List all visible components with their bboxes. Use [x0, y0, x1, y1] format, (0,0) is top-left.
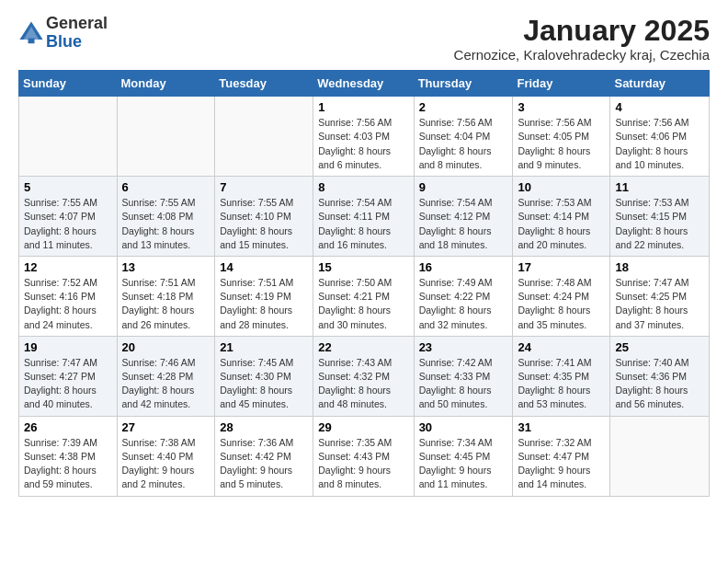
header: General Blue January 2025 Cernozice, Kra…	[18, 15, 710, 63]
day-number: 19	[24, 340, 112, 354]
day-detail: Sunrise: 7:50 AMSunset: 4:21 PMDaylight:…	[318, 276, 408, 332]
sunset-text: Sunset: 4:16 PM	[24, 291, 96, 302]
sunrise-text: Sunrise: 7:36 AM	[220, 437, 293, 448]
daylight-text: Daylight: 8 hours and 40 minutes.	[24, 385, 97, 409]
day-number: 4	[615, 100, 704, 114]
day-number: 9	[419, 180, 508, 194]
sunset-text: Sunset: 4:14 PM	[518, 211, 589, 222]
table-row: 28Sunrise: 7:36 AMSunset: 4:42 PMDayligh…	[215, 416, 313, 496]
day-detail: Sunrise: 7:42 AMSunset: 4:33 PMDaylight:…	[419, 356, 508, 412]
table-row: 1Sunrise: 7:56 AMSunset: 4:03 PMDaylight…	[313, 97, 414, 177]
table-row: 20Sunrise: 7:46 AMSunset: 4:28 PMDayligh…	[117, 336, 215, 416]
svg-rect-2	[28, 38, 35, 43]
table-row: 12Sunrise: 7:52 AMSunset: 4:16 PMDayligh…	[19, 256, 118, 336]
day-number: 30	[419, 420, 508, 434]
sunset-text: Sunset: 4:38 PM	[24, 451, 96, 462]
day-detail: Sunrise: 7:54 AMSunset: 4:11 PMDaylight:…	[318, 196, 408, 252]
table-row: 3Sunrise: 7:56 AMSunset: 4:05 PMDaylight…	[513, 97, 610, 177]
daylight-text: Daylight: 8 hours and 32 minutes.	[419, 304, 492, 329]
day-detail: Sunrise: 7:55 AMSunset: 4:08 PMDaylight:…	[122, 196, 210, 252]
sunrise-text: Sunrise: 7:42 AM	[419, 357, 493, 368]
daylight-text: Daylight: 8 hours and 42 minutes.	[122, 385, 195, 409]
day-number: 6	[122, 180, 210, 194]
day-detail: Sunrise: 7:45 AMSunset: 4:30 PMDaylight:…	[220, 356, 308, 412]
table-row: 21Sunrise: 7:45 AMSunset: 4:30 PMDayligh…	[215, 336, 313, 416]
daylight-text: Daylight: 8 hours and 13 minutes.	[122, 225, 195, 250]
col-monday: Monday	[117, 71, 215, 97]
day-detail: Sunrise: 7:35 AMSunset: 4:43 PMDaylight:…	[318, 436, 408, 492]
col-friday: Friday	[513, 71, 610, 97]
daylight-text: Daylight: 8 hours and 18 minutes.	[419, 225, 492, 250]
day-detail: Sunrise: 7:43 AMSunset: 4:32 PMDaylight:…	[318, 356, 408, 412]
daylight-text: Daylight: 8 hours and 26 minutes.	[122, 304, 195, 329]
sunset-text: Sunset: 4:04 PM	[419, 131, 491, 142]
day-number: 27	[122, 420, 210, 434]
day-detail: Sunrise: 7:47 AMSunset: 4:25 PMDaylight:…	[615, 276, 704, 332]
table-row: 24Sunrise: 7:41 AMSunset: 4:35 PMDayligh…	[513, 336, 610, 416]
daylight-text: Daylight: 8 hours and 24 minutes.	[24, 304, 97, 329]
sunrise-text: Sunrise: 7:38 AM	[122, 437, 196, 448]
day-number: 2	[419, 100, 508, 114]
day-detail: Sunrise: 7:53 AMSunset: 4:14 PMDaylight:…	[518, 196, 605, 252]
sunrise-text: Sunrise: 7:53 AM	[518, 197, 591, 208]
table-row: 15Sunrise: 7:50 AMSunset: 4:21 PMDayligh…	[313, 256, 414, 336]
sunset-text: Sunset: 4:08 PM	[122, 211, 194, 222]
table-row: 13Sunrise: 7:51 AMSunset: 4:18 PMDayligh…	[117, 256, 215, 336]
calendar-week-row: 5Sunrise: 7:55 AMSunset: 4:07 PMDaylight…	[19, 177, 710, 257]
day-number: 25	[615, 340, 704, 354]
day-number: 21	[220, 340, 308, 354]
day-number: 13	[122, 260, 210, 274]
table-row: 9Sunrise: 7:54 AMSunset: 4:12 PMDaylight…	[414, 177, 513, 257]
day-detail: Sunrise: 7:52 AMSunset: 4:16 PMDaylight:…	[24, 276, 112, 332]
daylight-text: Daylight: 8 hours and 50 minutes.	[419, 385, 492, 409]
day-detail: Sunrise: 7:56 AMSunset: 4:05 PMDaylight:…	[518, 116, 605, 172]
table-row: 2Sunrise: 7:56 AMSunset: 4:04 PMDaylight…	[414, 97, 513, 177]
sunrise-text: Sunrise: 7:45 AM	[220, 357, 293, 368]
daylight-text: Daylight: 8 hours and 10 minutes.	[615, 145, 688, 170]
daylight-text: Daylight: 9 hours and 8 minutes.	[318, 465, 391, 489]
daylight-text: Daylight: 9 hours and 11 minutes.	[419, 465, 492, 489]
daylight-text: Daylight: 8 hours and 59 minutes.	[24, 465, 97, 489]
sunrise-text: Sunrise: 7:41 AM	[518, 357, 591, 368]
col-saturday: Saturday	[610, 71, 710, 97]
daylight-text: Daylight: 8 hours and 22 minutes.	[615, 225, 688, 250]
table-row: 19Sunrise: 7:47 AMSunset: 4:27 PMDayligh…	[19, 336, 118, 416]
page: General Blue January 2025 Cernozice, Kra…	[0, 0, 728, 506]
daylight-text: Daylight: 8 hours and 8 minutes.	[419, 145, 492, 170]
daylight-text: Daylight: 8 hours and 9 minutes.	[518, 145, 590, 170]
month-title: January 2025	[454, 15, 710, 47]
day-number: 8	[318, 180, 408, 194]
sunrise-text: Sunrise: 7:53 AM	[615, 197, 688, 208]
daylight-text: Daylight: 9 hours and 2 minutes.	[122, 465, 195, 489]
sunset-text: Sunset: 4:45 PM	[419, 451, 491, 462]
logo-general: General	[46, 15, 108, 33]
daylight-text: Daylight: 9 hours and 14 minutes.	[518, 465, 590, 489]
sunrise-text: Sunrise: 7:56 AM	[318, 117, 392, 128]
calendar-week-row: 12Sunrise: 7:52 AMSunset: 4:16 PMDayligh…	[19, 256, 710, 336]
sunrise-text: Sunrise: 7:56 AM	[615, 117, 688, 128]
sunset-text: Sunset: 4:30 PM	[220, 371, 291, 382]
table-row: 6Sunrise: 7:55 AMSunset: 4:08 PMDaylight…	[117, 177, 215, 257]
sunrise-text: Sunrise: 7:47 AM	[24, 357, 97, 368]
day-detail: Sunrise: 7:54 AMSunset: 4:12 PMDaylight:…	[419, 196, 508, 252]
table-row: 18Sunrise: 7:47 AMSunset: 4:25 PMDayligh…	[610, 256, 710, 336]
sunrise-text: Sunrise: 7:34 AM	[419, 437, 493, 448]
day-number: 7	[220, 180, 308, 194]
calendar-header-row: Sunday Monday Tuesday Wednesday Thursday…	[19, 71, 710, 97]
table-row: 27Sunrise: 7:38 AMSunset: 4:40 PMDayligh…	[117, 416, 215, 496]
table-row: 30Sunrise: 7:34 AMSunset: 4:45 PMDayligh…	[414, 416, 513, 496]
sunset-text: Sunset: 4:43 PM	[318, 451, 390, 462]
sunrise-text: Sunrise: 7:49 AM	[419, 277, 493, 288]
sunrise-text: Sunrise: 7:46 AM	[122, 357, 196, 368]
day-number: 31	[518, 420, 605, 434]
day-number: 1	[318, 100, 408, 114]
day-detail: Sunrise: 7:53 AMSunset: 4:15 PMDaylight:…	[615, 196, 704, 252]
daylight-text: Daylight: 8 hours and 6 minutes.	[318, 145, 391, 170]
sunrise-text: Sunrise: 7:51 AM	[122, 277, 196, 288]
daylight-text: Daylight: 8 hours and 11 minutes.	[24, 225, 97, 250]
day-number: 17	[518, 260, 605, 274]
day-number: 23	[419, 340, 508, 354]
sunrise-text: Sunrise: 7:54 AM	[318, 197, 392, 208]
logo: General Blue	[18, 15, 108, 52]
sunset-text: Sunset: 4:19 PM	[220, 291, 291, 302]
